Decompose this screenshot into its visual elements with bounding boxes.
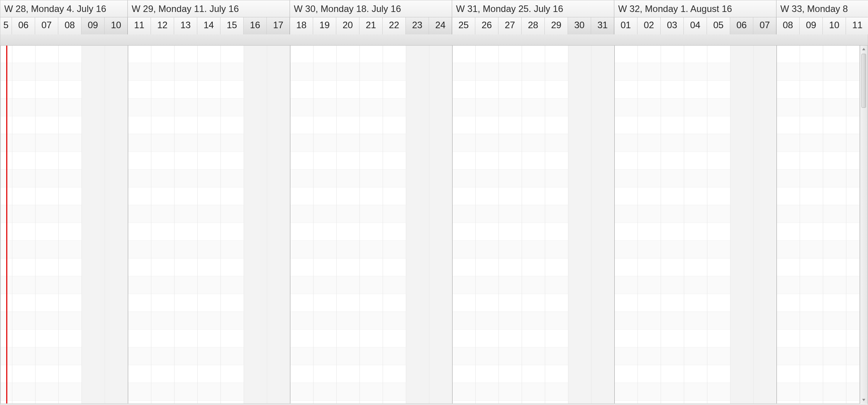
day-header-cell[interactable]: 11 xyxy=(846,17,868,34)
day-header-label: 05 xyxy=(713,20,724,30)
grid-col xyxy=(429,45,453,403)
day-header-cell[interactable]: 31 xyxy=(591,17,614,34)
day-header-cell[interactable]: 04 xyxy=(684,17,707,34)
day-header-label: 08 xyxy=(64,20,75,30)
week-header-label: W 33, Monday 8 xyxy=(780,3,848,14)
week-header-cell[interactable]: W 31, Monday 25. July 16 xyxy=(452,0,614,17)
week-header-cell[interactable]: W 30, Monday 18. July 16 xyxy=(290,0,452,17)
day-header-cell[interactable]: 26 xyxy=(475,17,498,34)
day-header-label: 02 xyxy=(644,20,654,30)
day-header-cell[interactable]: 08 xyxy=(58,17,81,34)
day-header-cell[interactable]: 22 xyxy=(383,17,406,34)
day-header-cell[interactable]: 27 xyxy=(498,17,522,34)
day-header-cell[interactable]: 02 xyxy=(637,17,661,34)
day-header-label: 17 xyxy=(273,20,283,30)
week-header-cell[interactable]: W 33, Monday 8 xyxy=(776,0,868,17)
day-header-cell[interactable]: 14 xyxy=(197,17,220,34)
grid-col xyxy=(568,45,592,403)
day-header-cell[interactable]: 07 xyxy=(753,17,776,34)
day-header-cell[interactable]: 06 xyxy=(730,17,753,34)
grid-col xyxy=(267,45,290,403)
timeline-header: W 28, Monday 4. July 16W 29, Monday 11. … xyxy=(0,0,868,46)
day-header-cell[interactable]: 24 xyxy=(429,17,452,34)
day-header-cell[interactable]: 05 xyxy=(707,17,730,34)
day-header-cell[interactable]: 16 xyxy=(244,17,267,34)
day-header-label: 26 xyxy=(481,20,492,30)
day-header-cell[interactable]: 18 xyxy=(290,17,313,34)
day-header-label: 06 xyxy=(18,20,29,30)
grid-col xyxy=(151,45,175,403)
grid-col xyxy=(846,45,860,403)
timeline-header-spacer xyxy=(0,34,868,45)
grid-col xyxy=(82,45,105,403)
grid-col xyxy=(476,45,499,403)
day-header-label: 14 xyxy=(203,20,214,30)
day-header-cell[interactable]: 01 xyxy=(614,17,637,34)
day-header-cell[interactable]: 03 xyxy=(661,17,684,34)
day-header-label: 27 xyxy=(505,20,515,30)
timeline-grid-cols xyxy=(1,45,860,403)
grid-col xyxy=(406,45,429,403)
grid-col xyxy=(823,45,846,403)
grid-col xyxy=(105,45,128,403)
day-header-label: 04 xyxy=(690,20,700,30)
day-header-cell[interactable]: 12 xyxy=(151,17,174,34)
grid-col xyxy=(36,45,59,403)
scrollbar-thumb[interactable] xyxy=(861,54,866,108)
day-header-cell[interactable]: 20 xyxy=(336,17,359,34)
day-header-cell[interactable]: 19 xyxy=(313,17,336,34)
day-header-cell[interactable]: 10 xyxy=(105,17,128,34)
day-header-label: 5 xyxy=(3,20,8,30)
timeline-header-days: 5060708091011121314151617181920212223242… xyxy=(0,17,868,34)
day-header-cell[interactable]: 25 xyxy=(452,17,475,34)
day-header-cell[interactable]: 10 xyxy=(823,17,846,34)
day-header-cell[interactable]: 17 xyxy=(267,17,290,34)
grid-col xyxy=(221,45,244,403)
day-header-label: 16 xyxy=(250,20,260,30)
grid-col xyxy=(777,45,800,403)
week-header-cell[interactable]: W 29, Monday 11. July 16 xyxy=(128,0,290,17)
grid-col xyxy=(360,45,383,403)
day-header-cell[interactable]: 29 xyxy=(545,17,568,34)
grid-col xyxy=(684,45,707,403)
day-header-cell[interactable]: 07 xyxy=(35,17,58,34)
day-header-cell[interactable]: 09 xyxy=(81,17,105,34)
day-header-cell[interactable]: 15 xyxy=(220,17,244,34)
day-header-cell[interactable]: 5 xyxy=(0,17,12,34)
day-header-cell[interactable]: 13 xyxy=(174,17,197,34)
grid-col xyxy=(707,45,731,403)
scroll-up-arrow-icon[interactable] xyxy=(860,45,867,53)
day-header-cell[interactable]: 11 xyxy=(128,17,151,34)
day-header-cell[interactable]: 06 xyxy=(12,17,35,34)
day-header-cell[interactable]: 30 xyxy=(568,17,591,34)
scroll-down-arrow-icon[interactable] xyxy=(860,396,867,404)
gantt-timeline-frame: W 28, Monday 4. July 16W 29, Monday 11. … xyxy=(0,0,868,405)
day-header-cell[interactable]: 21 xyxy=(359,17,383,34)
day-header-label: 12 xyxy=(157,20,168,30)
day-header-label: 10 xyxy=(829,20,839,30)
timeline-grid[interactable] xyxy=(0,45,860,404)
grid-col xyxy=(754,45,777,403)
grid-col xyxy=(198,45,221,403)
day-header-label: 07 xyxy=(41,20,52,30)
grid-col xyxy=(545,45,568,403)
grid-col xyxy=(337,45,360,403)
week-header-cell[interactable]: W 28, Monday 4. July 16 xyxy=(0,0,128,17)
day-header-label: 06 xyxy=(736,20,747,30)
week-header-cell[interactable]: W 32, Monday 1. August 16 xyxy=(614,0,776,17)
day-header-cell[interactable]: 09 xyxy=(800,17,823,34)
vertical-scrollbar[interactable] xyxy=(860,45,868,404)
day-header-cell[interactable]: 08 xyxy=(776,17,800,34)
day-header-cell[interactable]: 23 xyxy=(406,17,429,34)
day-header-label: 09 xyxy=(88,20,98,30)
week-header-label: W 31, Monday 25. July 16 xyxy=(456,3,563,14)
grid-col xyxy=(615,45,638,403)
day-header-cell[interactable]: 28 xyxy=(522,17,545,34)
day-header-label: 10 xyxy=(111,20,121,30)
grid-col xyxy=(383,45,406,403)
day-header-label: 01 xyxy=(620,20,631,30)
day-header-label: 18 xyxy=(296,20,307,30)
week-header-label: W 32, Monday 1. August 16 xyxy=(618,3,732,14)
grid-col xyxy=(128,45,151,403)
week-header-label: W 30, Monday 18. July 16 xyxy=(294,3,401,14)
